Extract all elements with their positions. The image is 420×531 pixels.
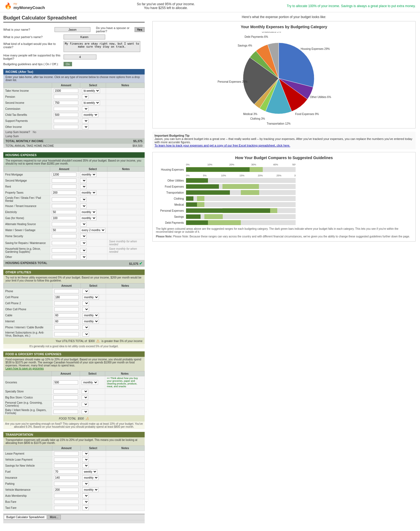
housing-select-2[interactable] <box>80 178 87 183</box>
housing-amount-12[interactable] <box>52 241 76 245</box>
people-input[interactable] <box>64 54 96 59</box>
trans-amount-6[interactable] <box>54 482 79 486</box>
housing-amount-3[interactable] <box>52 185 76 189</box>
housing-amount-13[interactable] <box>52 248 76 252</box>
util-total-label: Your UTILITIES TOTAL of <box>56 340 87 343</box>
partner-name-input[interactable] <box>64 35 105 39</box>
income-select-7[interactable] <box>82 125 88 129</box>
housing-amount-2[interactable] <box>52 179 76 183</box>
income-select-1[interactable]: bi-weekly <box>82 88 100 93</box>
spouse-yes-button[interactable]: Yes <box>135 27 145 32</box>
scrollbar[interactable] <box>3 520 145 523</box>
housing-select-3[interactable] <box>80 184 87 189</box>
trans-select-4[interactable]: weekly <box>82 469 97 474</box>
income-amount-5[interactable] <box>54 113 78 117</box>
util-select-1[interactable] <box>82 289 89 294</box>
housing-amount-1[interactable] <box>52 173 76 177</box>
trans-select-3[interactable] <box>82 463 89 468</box>
util-amount-1[interactable] <box>54 289 79 293</box>
housing-select-12[interactable] <box>80 241 87 245</box>
income-amount-1[interactable] <box>54 89 78 93</box>
trans-select-10[interactable] <box>82 506 89 510</box>
trans-amount-2[interactable] <box>54 458 79 462</box>
guidelines-toggle[interactable]: On <box>64 62 72 66</box>
food-select-4[interactable] <box>82 402 88 407</box>
housing-select-9[interactable] <box>80 222 87 226</box>
budget-type-input[interactable]: My finances are okay right now, but I wa… <box>64 41 140 52</box>
housing-select-11[interactable] <box>80 234 87 239</box>
housing-select-1[interactable]: monthly <box>80 172 96 177</box>
tip-link[interactable]: To learn how to track your expenses and … <box>155 144 290 147</box>
trans-select-7[interactable]: monthly <box>82 487 99 492</box>
util-select-3[interactable] <box>82 301 89 306</box>
util-select-8[interactable] <box>82 332 89 337</box>
util-amount-4[interactable] <box>54 307 79 311</box>
housing-select-10[interactable]: every 2 months <box>80 228 105 233</box>
tab-more[interactable]: More... <box>47 515 61 519</box>
food-savings-link[interactable]: Learn how to save on groceries <box>5 367 44 370</box>
util-select-5[interactable]: monthly <box>82 313 99 318</box>
housing-amount-10[interactable] <box>52 228 76 232</box>
income-select-4[interactable] <box>82 107 88 111</box>
income-select-3[interactable]: bi-weekly <box>82 101 100 105</box>
housing-amount-6[interactable] <box>52 204 76 208</box>
housing-amount-4[interactable] <box>52 191 76 195</box>
housing-select-8[interactable]: monthly <box>80 216 96 220</box>
income-select-2[interactable] <box>82 94 88 99</box>
housing-select-7[interactable]: monthly <box>80 210 96 214</box>
trans-select-5[interactable]: monthly <box>82 475 99 480</box>
util-amount-8[interactable] <box>54 332 79 336</box>
trans-select-8[interactable] <box>82 493 89 498</box>
util-select-4[interactable] <box>82 307 89 312</box>
housing-amount-14[interactable] <box>52 255 76 259</box>
income-select-5[interactable]: monthly <box>82 113 98 117</box>
name-input[interactable] <box>55 27 90 32</box>
housing-select-5[interactable] <box>80 197 87 202</box>
util-select-6[interactable]: monthly <box>82 319 99 324</box>
housing-amount-8[interactable] <box>52 216 76 220</box>
tab-budget-calculator[interactable]: Budget Calculator Spreadsheet <box>4 515 47 519</box>
housing-amount-5[interactable] <box>52 197 76 202</box>
housing-select-4[interactable]: monthly <box>80 190 96 195</box>
trans-amount-9[interactable] <box>54 500 79 504</box>
food-amount-4[interactable] <box>53 402 78 406</box>
food-amount-2[interactable] <box>53 389 78 394</box>
food-amount-1[interactable] <box>53 380 78 384</box>
food-select-2[interactable] <box>82 389 88 394</box>
food-select-3[interactable] <box>82 395 88 400</box>
trans-select-6[interactable] <box>82 481 89 486</box>
food-amount-5[interactable] <box>53 410 78 414</box>
income-amount-4[interactable] <box>54 107 78 111</box>
util-select-7[interactable] <box>82 325 89 330</box>
util-amount-7[interactable] <box>54 325 79 329</box>
income-amount-6[interactable] <box>54 119 78 123</box>
housing-select-13[interactable] <box>80 248 87 253</box>
trans-amount-4[interactable] <box>54 470 79 474</box>
util-amount-6[interactable] <box>54 319 79 323</box>
trans-select-9[interactable] <box>82 500 89 504</box>
trans-amount-8[interactable] <box>54 494 79 498</box>
trans-select-2[interactable] <box>82 457 89 462</box>
trans-select-1[interactable] <box>82 451 89 456</box>
income-select-6[interactable] <box>82 119 88 123</box>
util-amount-3[interactable] <box>54 301 79 305</box>
housing-amount-9[interactable] <box>52 222 76 226</box>
trans-amount-1[interactable] <box>54 452 79 456</box>
util-amount-2[interactable] <box>54 295 79 299</box>
food-amount-3[interactable] <box>53 395 78 400</box>
housing-amount-11[interactable] <box>52 234 76 238</box>
trans-amount-10[interactable] <box>54 506 79 510</box>
util-select-2[interactable]: monthly <box>82 295 99 300</box>
util-amount-5[interactable] <box>54 313 79 317</box>
housing-select-6[interactable] <box>80 204 87 208</box>
income-amount-2[interactable] <box>54 95 78 99</box>
housing-amount-7[interactable] <box>52 210 76 214</box>
housing-select-14[interactable] <box>80 255 87 259</box>
trans-amount-3[interactable] <box>54 464 79 468</box>
food-select-5[interactable] <box>82 409 88 414</box>
income-amount-3[interactable] <box>54 101 78 105</box>
trans-amount-5[interactable] <box>54 476 79 480</box>
income-amount-7[interactable] <box>54 125 78 129</box>
food-select-1[interactable]: monthly <box>82 380 98 385</box>
trans-amount-7[interactable] <box>54 488 79 492</box>
